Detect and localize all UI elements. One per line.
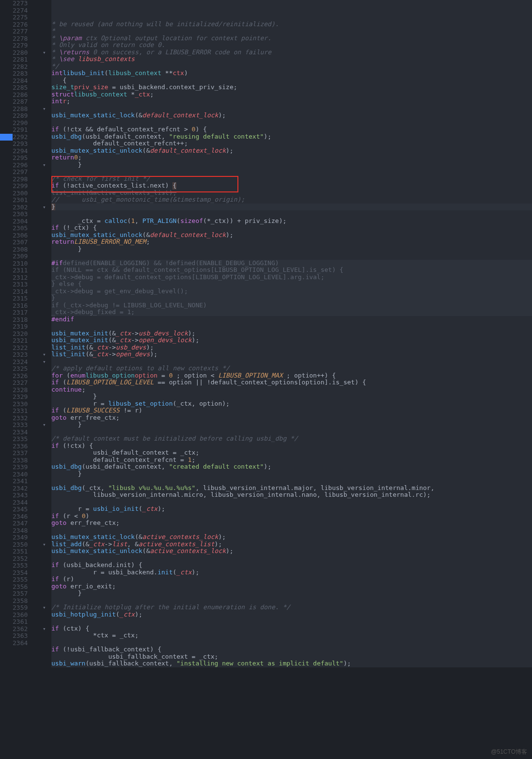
line-number[interactable]: 2276 — [13, 21, 38, 29]
line-number[interactable]: 2305 — [13, 225, 38, 232]
code-line[interactable]: if (!usbi_fallback_context) { — [51, 646, 532, 653]
code-line[interactable] — [51, 639, 532, 647]
line-number[interactable]: 2273 — [13, 0, 38, 7]
line-number[interactable]: 2336 — [13, 443, 38, 450]
fold-gutter[interactable]: ▾▾▾▾▾▾▾▾▾▾ — [43, 0, 51, 667]
code-line[interactable]: usbi_warn(usbi_fallback_context, "instal… — [51, 660, 532, 667]
code-line[interactable]: if (LIBUSB_SUCCESS != r) — [51, 407, 532, 414]
line-number[interactable]: 2304 — [13, 218, 38, 225]
line-number[interactable]: 2279 — [13, 42, 38, 49]
code-line[interactable]: libusb_version_internal.micro, libusb_ve… — [51, 491, 532, 499]
line-number[interactable]: 2350 — [13, 541, 38, 549]
line-number[interactable]: 2320 — [13, 331, 38, 338]
line-number[interactable]: 2358 — [13, 598, 38, 605]
code-line[interactable]: *ctx = _ctx; — [51, 632, 532, 639]
line-number[interactable]: 2308 — [13, 246, 38, 253]
code-line[interactable]: list_init(&_ctx->open_devs); — [51, 351, 532, 358]
line-number[interactable]: 2287 — [13, 98, 38, 106]
code-line[interactable]: /* Initialize hotplug after the initial … — [51, 604, 532, 611]
line-number[interactable]: 2312 — [13, 274, 38, 282]
line-number[interactable]: 2334 — [13, 429, 38, 436]
code-line[interactable]: usbi_fallback_context = _ctx; — [51, 653, 532, 661]
line-number[interactable]: 2301 — [13, 197, 38, 204]
code-line[interactable] — [51, 477, 532, 485]
code-line[interactable]: if (ctx) { — [51, 625, 532, 632]
code-line[interactable] — [51, 168, 532, 175]
code-line[interactable]: /* apply default options to all new cont… — [51, 365, 532, 372]
code-line[interactable]: usbi_mutex_init(&_ctx->usb_devs_lock); — [51, 330, 532, 337]
code-line[interactable]: if (usbi_backend.init) { — [51, 562, 532, 569]
line-number[interactable]: 2284 — [13, 78, 38, 85]
code-line[interactable]: /* check for first init */ — [51, 175, 532, 183]
code-line[interactable]: } — [51, 421, 532, 428]
line-number[interactable]: 2356 — [13, 584, 38, 591]
line-number[interactable]: 2353 — [13, 562, 38, 569]
code-line[interactable] — [51, 527, 532, 534]
code-line[interactable]: usbi_mutex_static_lock(&default_context_… — [51, 112, 532, 119]
line-number[interactable]: 2291 — [13, 126, 38, 134]
code-line[interactable]: } — [51, 204, 532, 211]
line-number[interactable]: 2289 — [13, 112, 38, 120]
code-line[interactable]: goto err_io_exit; — [51, 583, 532, 590]
code-line[interactable]: return 0; — [51, 154, 532, 161]
code-line[interactable]: * — [51, 28, 532, 35]
fold-toggle-icon[interactable]: ▾ — [43, 605, 46, 611]
line-number[interactable]: 2323 — [13, 351, 38, 359]
line-number[interactable]: 2274 — [13, 7, 38, 15]
line-number[interactable]: 2278 — [13, 35, 38, 43]
line-number[interactable]: 2324 — [13, 359, 38, 366]
code-line[interactable]: goto err_free_ctx; — [51, 414, 532, 422]
line-number[interactable]: 2330 — [13, 401, 38, 408]
code-line[interactable]: r = usbi_backend.init(_ctx); — [51, 569, 532, 576]
fold-toggle-icon[interactable]: ▾ — [43, 359, 46, 365]
line-number[interactable]: 2288 — [13, 106, 38, 113]
line-number[interactable]: 2328 — [13, 387, 38, 394]
code-line[interactable]: if (!ctx) { — [51, 443, 532, 450]
code-line[interactable]: // usbi_get_monotonic_time(&timestamp_or… — [51, 196, 532, 204]
code-line[interactable]: if (!active_contexts_list.next) { — [51, 182, 532, 190]
code-line[interactable]: /* default context must be initialized b… — [51, 435, 532, 443]
line-number[interactable]: 2359 — [13, 604, 38, 612]
line-number[interactable]: 2296 — [13, 162, 38, 169]
fold-toggle-icon[interactable]: ▾ — [43, 50, 46, 56]
code-line[interactable]: _ctx->debug = get_env_debug_level(); — [51, 288, 532, 295]
line-number[interactable]: 2307 — [13, 239, 38, 246]
code-line[interactable] — [51, 253, 532, 260]
line-number[interactable]: 2352 — [13, 555, 38, 563]
code-line[interactable]: } — [51, 471, 532, 478]
line-number[interactable]: 2329 — [13, 394, 38, 401]
code-line[interactable]: if (_ctx->debug != LIBUSB_LOG_LEVEL_NONE… — [51, 302, 532, 309]
code-line[interactable]: if (LIBUSB_OPTION_LOG_LEVEL == option ||… — [51, 379, 532, 386]
fold-toggle-icon[interactable]: ▾ — [43, 205, 46, 210]
line-number[interactable]: 2363 — [13, 632, 38, 640]
code-line[interactable]: } — [51, 295, 532, 302]
line-number[interactable]: 2362 — [13, 626, 38, 633]
code-line[interactable]: } — [51, 246, 532, 253]
line-number[interactable]: 2360 — [13, 612, 38, 619]
line-number[interactable]: 2294 — [13, 148, 38, 155]
line-number[interactable]: 2292 — [13, 134, 38, 141]
line-number[interactable]: 2300 — [13, 190, 38, 197]
code-line[interactable]: struct libusb_context *_ctx; — [51, 91, 532, 98]
code-line[interactable]: _ctx->debug_fixed = 1; — [51, 309, 532, 316]
code-line[interactable] — [51, 555, 532, 562]
code-line[interactable]: goto err_free_ctx; — [51, 520, 532, 527]
code-area[interactable]: * be reused (and nothing will be initial… — [51, 0, 532, 667]
code-line[interactable]: * \see libusb_contexts — [51, 56, 532, 63]
line-number[interactable]: 2364 — [13, 640, 38, 647]
code-line[interactable]: if (NULL == ctx && default_context_optio… — [51, 267, 532, 274]
line-number[interactable]: 2298 — [13, 176, 38, 183]
line-number[interactable]: 2317 — [13, 309, 38, 316]
line-number[interactable]: 2311 — [13, 267, 38, 274]
code-line[interactable]: usbi_default_context = _ctx; — [51, 449, 532, 457]
code-line[interactable] — [51, 428, 532, 436]
line-number[interactable]: 2310 — [13, 260, 38, 268]
code-line[interactable]: _ctx->debug = default_context_options[LI… — [51, 274, 532, 281]
line-number[interactable]: 2306 — [13, 232, 38, 239]
code-line[interactable] — [51, 105, 532, 112]
line-number[interactable]: 2351 — [13, 548, 38, 555]
fold-toggle-icon[interactable]: ▾ — [43, 106, 46, 112]
fold-toggle-icon[interactable]: ▾ — [43, 162, 46, 168]
code-line[interactable] — [51, 618, 532, 625]
line-number[interactable]: 2282 — [13, 63, 38, 71]
